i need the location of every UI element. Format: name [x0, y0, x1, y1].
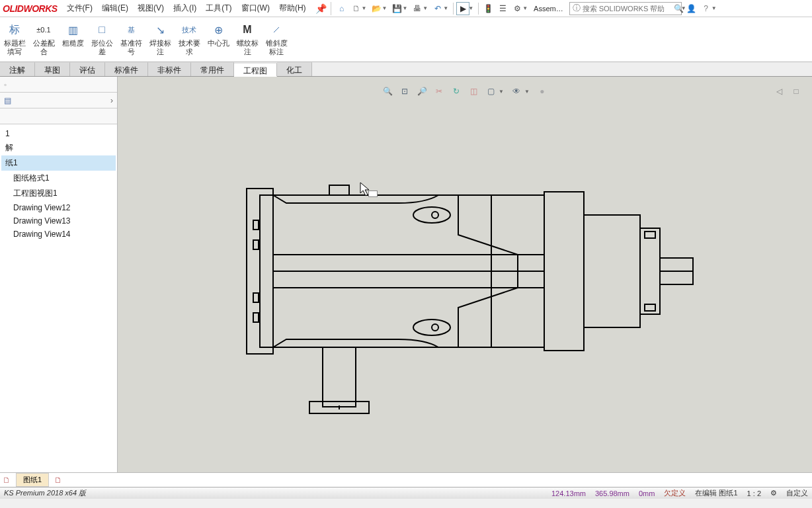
ribbon-taper[interactable]: ⟋锥斜度标注: [262, 21, 291, 58]
feature-tree-panel: ◦ ▤ › 1 解 纸1 图纸格式1 工程图视图1 Drawing View12…: [0, 77, 118, 472]
menu-tools[interactable]: 工具(T): [202, 1, 235, 16]
tab-chemical[interactable]: 化工: [277, 62, 312, 76]
ribbon-centerhole[interactable]: ⊕中心孔: [204, 21, 233, 49]
tab-evaluate[interactable]: 评估: [70, 62, 105, 76]
rotate-icon[interactable]: ↻: [450, 85, 463, 98]
quick-toolbar: ⌂ 🗋▼ 📂▼ 💾▼ 🖶▼ ↶▼ ▶▼ 🚦 ☰ ⚙▼ Assem… ⓘ 🔍▼ 👤…: [331, 2, 719, 15]
eye-icon[interactable]: 👁: [510, 85, 523, 98]
gdt-icon: □: [99, 22, 105, 38]
svg-rect-18: [645, 232, 655, 238]
new-button[interactable]: 🗋: [350, 2, 363, 15]
undo-button[interactable]: ↶: [431, 2, 444, 15]
chevron-down-icon[interactable]: ▼: [499, 89, 504, 95]
tree-root[interactable]: 1: [1, 127, 116, 140]
menu-window[interactable]: 窗口(W): [237, 1, 274, 16]
tree-sheet1[interactable]: 纸1: [1, 155, 116, 171]
search-box[interactable]: ⓘ 🔍▼: [569, 2, 682, 15]
tree-sheet-format[interactable]: 图纸格式1: [1, 171, 116, 186]
list-icon[interactable]: ☰: [496, 2, 509, 15]
scene-icon[interactable]: ▢: [484, 85, 497, 98]
gear-icon[interactable]: ⚙: [510, 2, 524, 15]
chevron-down-icon[interactable]: ▼: [423, 5, 428, 11]
ribbon-roughness[interactable]: ▥粗糙度: [58, 21, 87, 49]
chevron-down-icon[interactable]: ▼: [382, 5, 387, 11]
select-button[interactable]: ▶: [456, 2, 469, 15]
svg-rect-14: [584, 215, 640, 327]
panel-header: ◦: [0, 77, 117, 93]
user-icon[interactable]: 👤: [685, 2, 698, 15]
sheet-tab-1[interactable]: 图纸1: [16, 473, 49, 487]
add-sheet-button[interactable]: 🗋: [54, 476, 62, 485]
viewport-box-icon[interactable]: □: [790, 85, 803, 98]
tab-drawing[interactable]: 工程图: [234, 63, 277, 77]
tab-common-parts[interactable]: 常用件: [191, 62, 234, 76]
status-state: 欠定义: [664, 488, 686, 498]
zoom-prev-icon[interactable]: 🔎: [415, 85, 428, 98]
centerhole-icon: ⊕: [214, 22, 223, 38]
ribbon-titleblock[interactable]: 标标题栏填写: [0, 21, 29, 58]
circle-grey-icon[interactable]: ●: [536, 85, 549, 98]
tab-sketch[interactable]: 草图: [35, 62, 70, 76]
ribbon-datum[interactable]: 基基准符号: [116, 21, 145, 58]
chevron-down-icon[interactable]: ▼: [524, 89, 530, 95]
chevron-down-icon[interactable]: ▼: [402, 5, 407, 11]
tab-annotation[interactable]: 注解: [0, 62, 35, 76]
drawing-canvas[interactable]: 🔍 ⊡ 🔎 ✂ ↻ ◫ ▢▼ 👁▼ ● ◁ □: [118, 77, 812, 472]
section-icon[interactable]: ✂: [432, 85, 446, 98]
tree-drawing-view12[interactable]: Drawing View12: [1, 201, 116, 214]
tab-standard-parts[interactable]: 标准件: [105, 62, 148, 76]
ribbon-weld[interactable]: ↘焊接标注: [145, 21, 175, 58]
menu-view[interactable]: 视图(V): [134, 1, 168, 16]
viewport-back-icon[interactable]: ◁: [772, 85, 786, 98]
chevron-down-icon[interactable]: ▼: [468, 5, 473, 11]
status-coord-x: 124.13mm: [551, 489, 586, 497]
display-style-icon[interactable]: ◫: [467, 85, 480, 98]
thread-icon: M: [243, 22, 251, 38]
zoom-fit-icon[interactable]: 🔍: [381, 85, 394, 98]
datum-icon: 基: [128, 22, 135, 38]
app-logo: OLIDWORKS: [0, 3, 63, 14]
print-button[interactable]: 🖶: [411, 2, 424, 15]
sheet-icon: 🗋: [3, 476, 11, 485]
ribbon-thread[interactable]: M螺纹标注: [233, 21, 262, 58]
tab-nonstandard-parts[interactable]: 非标件: [148, 62, 191, 76]
drawing-view: [227, 129, 703, 420]
chevron-down-icon[interactable]: ▼: [711, 5, 717, 11]
expand-icon[interactable]: ›: [110, 96, 113, 105]
statusbar: KS Premium 2018 x64 版 124.13mm 365.98mm …: [0, 487, 812, 499]
status-gear-icon[interactable]: ⚙: [770, 489, 777, 497]
taper-icon: ⟋: [271, 22, 282, 38]
chevron-down-icon[interactable]: ▼: [443, 5, 448, 11]
tree-annotation[interactable]: 解: [1, 140, 116, 155]
home-button[interactable]: ⌂: [335, 2, 348, 15]
tree-drawing-view14[interactable]: Drawing View14: [1, 228, 116, 241]
tree-tab-icon[interactable]: ▤: [4, 96, 11, 105]
circle-icon: ◦: [4, 80, 7, 89]
help-icon[interactable]: ?: [700, 2, 713, 15]
chevron-down-icon[interactable]: ▼: [522, 5, 528, 11]
document-name: Assem…: [531, 5, 566, 13]
pin-icon[interactable]: 📌: [315, 3, 327, 14]
traffic-light-icon[interactable]: 🚦: [481, 2, 495, 15]
chevron-down-icon[interactable]: ▼: [362, 5, 367, 11]
svg-point-9: [432, 324, 438, 331]
tree-drawing-view1[interactable]: 工程图视图1: [1, 186, 116, 201]
svg-rect-23: [329, 185, 349, 195]
sheet-tabs: 🗋 图纸1 🗋: [0, 472, 812, 487]
save-button[interactable]: 💾: [390, 2, 403, 15]
ribbon-tolerance[interactable]: ±0.1公差配合: [29, 21, 58, 58]
search-input[interactable]: [583, 5, 674, 13]
open-button[interactable]: 📂: [370, 2, 384, 15]
menu-help[interactable]: 帮助(H): [275, 1, 310, 16]
ribbon-techreq[interactable]: 技术技术要求: [175, 21, 204, 58]
panel-filter[interactable]: [0, 108, 117, 124]
menu-insert[interactable]: 插入(I): [169, 1, 200, 16]
view-control-icons: ◁ □: [772, 85, 803, 98]
tree-drawing-view13[interactable]: Drawing View13: [1, 214, 116, 228]
status-coord-y: 365.98mm: [595, 489, 629, 497]
zoom-area-icon[interactable]: ⊡: [398, 85, 411, 98]
menu-edit[interactable]: 编辑(E): [98, 1, 132, 16]
ribbon-gdt[interactable]: □形位公差: [87, 21, 116, 58]
menu-file[interactable]: 文件(F): [63, 1, 97, 16]
techreq-icon: 技术: [182, 22, 196, 38]
